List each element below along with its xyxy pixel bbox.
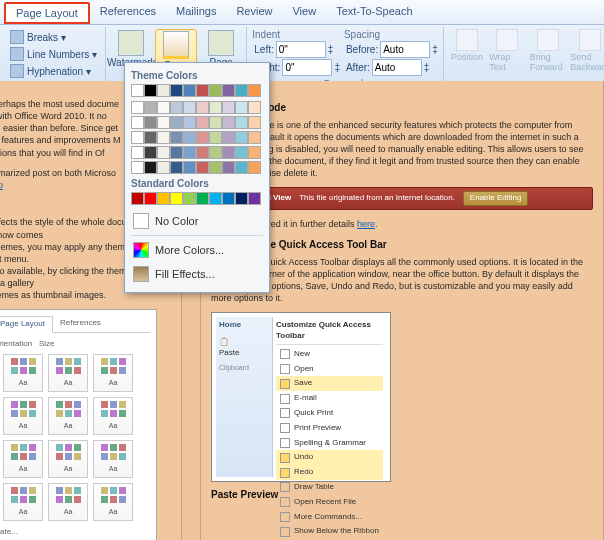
- theme-thumbnail[interactable]: Aa: [93, 354, 133, 392]
- color-swatch[interactable]: [209, 146, 222, 159]
- color-swatch[interactable]: [248, 116, 261, 129]
- color-swatch[interactable]: [131, 192, 144, 205]
- tab-mailings[interactable]: Mailings: [166, 2, 226, 24]
- cmd-send-backward[interactable]: Send Backward: [570, 29, 604, 72]
- color-swatch[interactable]: [196, 84, 209, 97]
- color-swatch[interactable]: [170, 84, 183, 97]
- spinner-icon[interactable]: ‡: [334, 62, 340, 73]
- color-swatch[interactable]: [183, 146, 196, 159]
- color-swatch[interactable]: [209, 84, 222, 97]
- qat-menu-item[interactable]: Print Preview: [276, 421, 383, 436]
- color-swatch[interactable]: [235, 146, 248, 159]
- color-swatch[interactable]: [222, 101, 235, 114]
- color-swatch[interactable]: [183, 116, 196, 129]
- color-swatch[interactable]: [144, 161, 157, 174]
- input-spacing-before[interactable]: [380, 41, 430, 58]
- color-swatch[interactable]: [170, 192, 183, 205]
- tab-page-layout[interactable]: Page Layout: [4, 2, 90, 24]
- color-swatch[interactable]: [144, 84, 157, 97]
- spinner-icon[interactable]: ‡: [328, 44, 334, 55]
- spinner-icon[interactable]: ‡: [424, 62, 430, 73]
- color-swatch[interactable]: [248, 131, 261, 144]
- cmd-bring-forward[interactable]: Bring Forward: [530, 29, 566, 72]
- dd-more-colors[interactable]: More Colors...: [131, 238, 263, 262]
- color-swatch[interactable]: [170, 131, 183, 144]
- cmd-wrap-text[interactable]: Wrap Text: [489, 29, 525, 72]
- color-swatch[interactable]: [131, 146, 144, 159]
- color-swatch[interactable]: [157, 192, 170, 205]
- color-swatch[interactable]: [157, 131, 170, 144]
- color-swatch[interactable]: [196, 101, 209, 114]
- enable-editing-button[interactable]: Enable Editing: [463, 191, 529, 206]
- spinner-icon[interactable]: ‡: [432, 44, 438, 55]
- color-swatch[interactable]: [222, 131, 235, 144]
- qat-menu-item[interactable]: Show Below the Ribbon: [276, 524, 383, 539]
- color-swatch[interactable]: [131, 116, 144, 129]
- theme-thumbnail[interactable]: Aa: [3, 354, 43, 392]
- color-swatch[interactable]: [144, 146, 157, 159]
- qat-menu-item[interactable]: Undo: [276, 450, 383, 465]
- theme-thumbnail[interactable]: Aa: [3, 483, 43, 521]
- qat-menu-item[interactable]: Draw Table: [276, 480, 383, 495]
- qat-menu-item[interactable]: Save: [276, 376, 383, 391]
- color-swatch[interactable]: [222, 192, 235, 205]
- theme-thumbnail[interactable]: Aa: [48, 354, 88, 392]
- color-swatch[interactable]: [157, 116, 170, 129]
- color-swatch[interactable]: [222, 161, 235, 174]
- input-indent-left[interactable]: [276, 41, 326, 58]
- color-swatch[interactable]: [170, 146, 183, 159]
- qat-menu-item[interactable]: E-mail: [276, 391, 383, 406]
- dd-no-color[interactable]: No Color: [131, 209, 263, 233]
- mini-tab-references[interactable]: References: [53, 316, 108, 332]
- qat-menu-item[interactable]: Spelling & Grammar: [276, 436, 383, 451]
- color-swatch[interactable]: [183, 192, 196, 205]
- color-swatch[interactable]: [196, 192, 209, 205]
- color-swatch[interactable]: [157, 84, 170, 97]
- color-swatch[interactable]: [131, 101, 144, 114]
- color-swatch[interactable]: [157, 161, 170, 174]
- color-swatch[interactable]: [170, 101, 183, 114]
- input-spacing-after[interactable]: [372, 59, 422, 76]
- color-swatch[interactable]: [248, 84, 261, 97]
- tab-review[interactable]: Review: [226, 2, 282, 24]
- color-swatch[interactable]: [144, 131, 157, 144]
- color-swatch[interactable]: [209, 192, 222, 205]
- color-swatch[interactable]: [235, 161, 248, 174]
- color-swatch[interactable]: [196, 116, 209, 129]
- color-swatch[interactable]: [248, 161, 261, 174]
- dd-fill-effects[interactable]: Fill Effects...: [131, 262, 263, 286]
- theme-thumbnail[interactable]: Aa: [3, 440, 43, 478]
- theme-thumbnail[interactable]: Aa: [48, 397, 88, 435]
- cmd-hyphenation[interactable]: Hyphenation ▾: [7, 63, 100, 79]
- color-swatch[interactable]: [248, 146, 261, 159]
- color-swatch[interactable]: [183, 161, 196, 174]
- color-swatch[interactable]: [170, 116, 183, 129]
- qat-menu-item[interactable]: Open Recent File: [276, 495, 383, 510]
- color-swatch[interactable]: [209, 131, 222, 144]
- tab-view[interactable]: View: [282, 2, 326, 24]
- theme-thumbnail[interactable]: Aa: [48, 440, 88, 478]
- qat-menu-item[interactable]: More Commands...: [276, 510, 383, 525]
- color-swatch[interactable]: [157, 146, 170, 159]
- color-swatch[interactable]: [157, 101, 170, 114]
- cmd-line-numbers[interactable]: Line Numbers ▾: [7, 46, 100, 62]
- color-swatch[interactable]: [248, 192, 261, 205]
- color-swatch[interactable]: [209, 161, 222, 174]
- color-swatch[interactable]: [170, 161, 183, 174]
- color-swatch[interactable]: [183, 84, 196, 97]
- from-template[interactable]: From Template...: [0, 527, 150, 538]
- color-swatch[interactable]: [209, 101, 222, 114]
- input-indent-right[interactable]: [282, 59, 332, 76]
- color-swatch[interactable]: [209, 116, 222, 129]
- qat-menu-item[interactable]: Quick Print: [276, 406, 383, 421]
- theme-thumbnail[interactable]: Aa: [3, 397, 43, 435]
- color-swatch[interactable]: [222, 84, 235, 97]
- link[interactable]: Microso: [0, 180, 3, 190]
- color-swatch[interactable]: [144, 116, 157, 129]
- color-swatch[interactable]: [196, 131, 209, 144]
- link-here[interactable]: here: [357, 219, 375, 229]
- color-swatch[interactable]: [144, 192, 157, 205]
- cmd-position[interactable]: Position: [449, 29, 485, 62]
- theme-thumbnail[interactable]: Aa: [93, 440, 133, 478]
- tab-tts[interactable]: Text-To-Speach: [326, 2, 422, 24]
